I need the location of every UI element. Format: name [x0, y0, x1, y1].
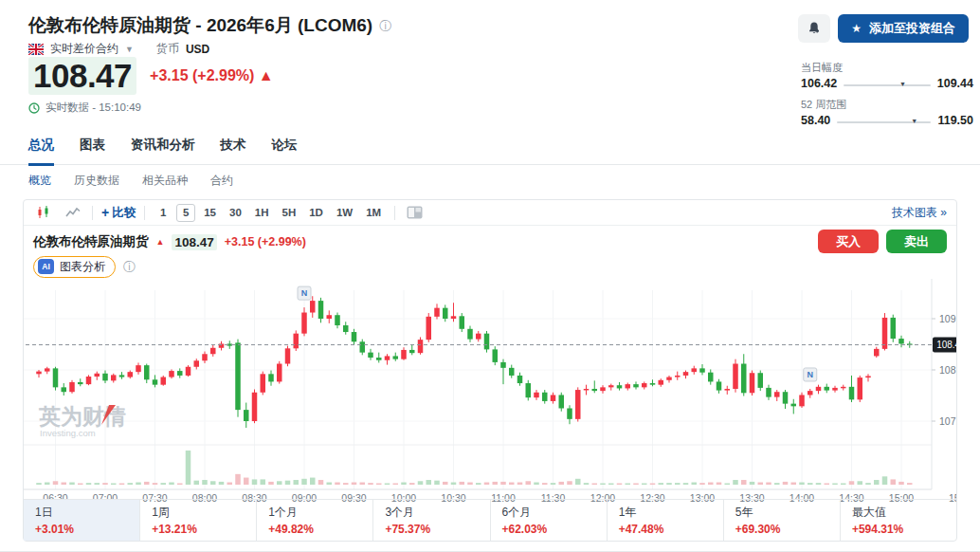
perf-value: +75.37%: [385, 523, 478, 536]
subtab-history[interactable]: 历史数据: [74, 173, 119, 189]
clock-icon: [28, 102, 40, 114]
bell-plus-icon: [807, 21, 822, 36]
perf-value: +49.82%: [268, 523, 361, 536]
perf-cell-5[interactable]: 1年+47.48%: [608, 500, 724, 541]
svg-text:107.0000: 107.0000: [939, 415, 956, 427]
chart-area: 英为财情Investing.com108.4900109.0000108.000…: [24, 279, 956, 506]
perf-cell-1[interactable]: 1周+13.21%: [140, 500, 257, 541]
interval-15[interactable]: 15: [199, 204, 221, 222]
perf-cell-4[interactable]: 6个月+62.03%: [491, 500, 608, 541]
tab-overview[interactable]: 总况: [28, 137, 54, 166]
week52-range-low: 58.40: [801, 114, 830, 127]
trade-buttons: 买入 卖出: [818, 230, 947, 253]
perf-cell-3[interactable]: 3个月+75.37%: [373, 500, 490, 541]
day-range-label: 当日幅度: [801, 61, 973, 75]
perf-cell-0[interactable]: 1日+3.01%: [24, 500, 140, 541]
status-row: 实时数据 - 15:10:49: [28, 101, 141, 115]
range-indicators: 当日幅度 106.42 ▼ 109.44 52 周范围 58.40 ▼ 119.…: [801, 61, 973, 135]
svg-text:108.0000: 108.0000: [939, 364, 956, 376]
interval-5[interactable]: 5: [176, 204, 195, 222]
perf-label: 1日: [35, 505, 128, 521]
price-row: 108.47 +3.15 (+2.99%) ▲: [28, 57, 274, 95]
interval-1w[interactable]: 1W: [332, 204, 357, 222]
compare-button[interactable]: + 比较: [101, 205, 136, 221]
interval-selector: 1515301H5H1D1W1M: [154, 204, 386, 222]
perf-label: 3个月: [385, 505, 478, 521]
plus-icon: +: [101, 205, 109, 220]
interval-30[interactable]: 30: [225, 204, 246, 222]
interval-1[interactable]: 1: [154, 204, 172, 222]
ai-badge: AI: [38, 259, 54, 274]
svg-text:Investing.com: Investing.com: [40, 428, 96, 438]
sell-button[interactable]: 卖出: [886, 230, 947, 253]
week52-range: 58.40 ▼ 119.50: [801, 114, 973, 127]
day-range-high: 109.44: [937, 77, 973, 90]
currency-label: 货币: [156, 41, 179, 57]
chart-toolbar: + 比较 1515301H5H1D1W1M 技术图表 »: [24, 200, 956, 226]
perf-cell-7[interactable]: 最大值+594.31%: [841, 500, 956, 541]
add-to-portfolio-button[interactable]: ★ 添加至投资组合: [838, 14, 969, 43]
title-row: 伦敦布伦特原油期货 - 2026年6月 (LCOM6) ⓘ: [28, 13, 391, 38]
svg-text:N: N: [808, 370, 814, 379]
instrument-overview-page: 伦敦布伦特原油期货 - 2026年6月 (LCOM6) ⓘ 实时差价合约 ▼ 货…: [0, 0, 980, 552]
header-actions: ★ 添加至投资组合: [798, 14, 969, 43]
currency-value: USD: [186, 43, 209, 56]
perf-label: 1周: [152, 505, 245, 521]
perf-cell-6[interactable]: 5年+69.30%: [724, 500, 841, 541]
instrument-type-label[interactable]: 实时差价合约: [50, 41, 118, 57]
title-info-icon[interactable]: ⓘ: [379, 20, 391, 32]
main-tabs: 总况 图表 资讯和分析 技术 论坛: [0, 137, 980, 165]
legend-change: +3.15 (+2.99%): [225, 235, 306, 248]
day-range-marker: ▼: [899, 80, 906, 88]
week52-range-high: 119.50: [937, 114, 973, 127]
perf-label: 1年: [619, 505, 712, 521]
tab-news-analysis[interactable]: 资讯和分析: [131, 137, 195, 166]
tab-technical[interactable]: 技术: [221, 137, 246, 166]
chart-card: + 比较 1515301H5H1D1W1M 技术图表 » 伦敦布伦特原油期货 ▲…: [23, 199, 957, 542]
subtab-overview[interactable]: 概览: [28, 173, 51, 189]
buy-button[interactable]: 买入: [818, 230, 879, 253]
perf-value: +69.30%: [735, 523, 828, 536]
candlestick-icon: [36, 205, 51, 220]
perf-value: +594.31%: [852, 523, 945, 536]
perf-value: +13.21%: [152, 523, 245, 536]
interval-1d[interactable]: 1D: [304, 204, 328, 222]
price-change: +3.15 (+2.99%) ▲: [150, 67, 274, 84]
ai-chart-analysis-button[interactable]: AI 图表分析: [33, 256, 116, 278]
price-chart[interactable]: 英为财情Investing.com108.4900109.0000108.000…: [24, 279, 956, 506]
chart-layout-button[interactable]: [404, 203, 425, 222]
week52-range-marker: ▼: [911, 117, 917, 125]
candlestick-chart-type-button[interactable]: [33, 203, 54, 222]
day-range: 106.42 ▼ 109.44: [801, 77, 973, 90]
chevron-down-icon[interactable]: ▼: [125, 45, 134, 54]
technical-chart-link[interactable]: 技术图表 »: [892, 205, 947, 221]
legend-price: 108.47: [172, 234, 216, 250]
area-chart-type-button[interactable]: [63, 203, 83, 222]
legend-instrument-name: 伦敦布伦特原油期货: [33, 233, 149, 250]
star-icon: ★: [851, 22, 862, 35]
week52-range-label: 52 周范围: [801, 98, 973, 112]
perf-cell-2[interactable]: 1个月+49.82%: [257, 500, 373, 541]
performance-bar: 1日+3.01%1周+13.21%1个月+49.82%3个月+75.37%6个月…: [24, 499, 956, 541]
perf-value: +3.01%: [35, 523, 128, 536]
panel-layout-icon: [407, 206, 423, 219]
area-chart-icon: [65, 205, 81, 220]
sub-tabs: 概览 历史数据 相关品种 合约: [28, 173, 233, 189]
interval-5h[interactable]: 5H: [277, 204, 300, 222]
up-arrow-icon: ▲: [156, 237, 165, 247]
tab-chart[interactable]: 图表: [80, 137, 105, 166]
interval-1m[interactable]: 1M: [361, 204, 386, 222]
day-range-low: 106.42: [801, 77, 837, 90]
perf-label: 最大值: [852, 505, 945, 521]
tab-forum[interactable]: 论坛: [272, 137, 298, 166]
ai-info-icon[interactable]: ⓘ: [123, 261, 136, 273]
page-title: 伦敦布伦特原油期货 - 2026年6月 (LCOM6): [28, 13, 372, 38]
subtab-contracts[interactable]: 合约: [210, 173, 233, 189]
perf-label: 6个月: [502, 505, 595, 521]
perf-value: +62.03%: [502, 523, 595, 536]
interval-1h[interactable]: 1H: [250, 204, 274, 222]
subtab-related[interactable]: 相关品种: [142, 173, 188, 189]
perf-label: 1个月: [268, 505, 361, 521]
svg-text:109.0000: 109.0000: [939, 313, 956, 324]
create-alert-button[interactable]: [798, 14, 830, 43]
